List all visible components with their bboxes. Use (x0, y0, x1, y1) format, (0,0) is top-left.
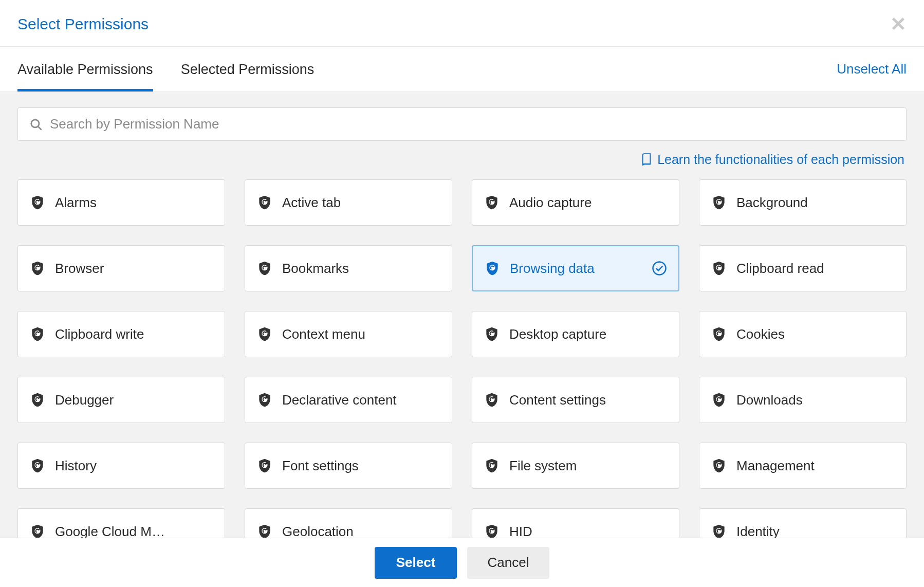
shield-icon (256, 523, 273, 538)
svg-line-32 (493, 397, 494, 398)
search-icon (29, 118, 43, 131)
svg-line-34 (720, 397, 721, 398)
svg-line-24 (493, 332, 494, 333)
permission-card[interactable]: Identity (699, 508, 907, 538)
shield-icon (484, 457, 500, 474)
svg-line-46 (266, 529, 267, 530)
permission-label: Alarms (55, 195, 97, 211)
svg-line-9 (720, 200, 721, 201)
book-icon (641, 153, 652, 167)
svg-line-44 (39, 529, 40, 530)
tab-label: Available Permissions (17, 62, 153, 77)
svg-line-22 (266, 332, 267, 333)
permission-label: Browser (55, 261, 104, 277)
svg-line-7 (493, 200, 494, 201)
permission-card[interactable]: Background (699, 179, 907, 226)
shield-icon (29, 260, 46, 277)
permission-label: Audio capture (509, 195, 592, 211)
permission-card[interactable]: Clipboard read (699, 245, 907, 291)
svg-line-20 (39, 332, 40, 333)
permission-label: Management (736, 458, 815, 474)
check-circle-icon (652, 261, 667, 276)
shield-icon (484, 260, 501, 277)
shield-icon (711, 326, 727, 342)
content-area: Learn the functionalities of each permis… (0, 92, 924, 538)
modal-title: Select Permissions (17, 15, 149, 33)
shield-icon (256, 326, 273, 342)
permission-card[interactable]: Geolocation (245, 508, 452, 538)
shield-icon (29, 457, 46, 474)
permission-card[interactable]: Context menu (245, 311, 452, 357)
permission-card[interactable]: Debugger (17, 377, 225, 423)
svg-line-50 (720, 529, 721, 530)
shield-icon (711, 260, 727, 277)
shield-icon (711, 523, 727, 538)
permission-card[interactable]: File system (472, 443, 679, 489)
permission-label: Clipboard write (55, 326, 144, 342)
svg-line-30 (266, 397, 267, 398)
cancel-button[interactable]: Cancel (467, 547, 549, 579)
permission-card[interactable]: HID (472, 508, 679, 538)
svg-line-36 (39, 463, 40, 464)
permission-card[interactable]: History (17, 443, 225, 489)
unselect-all-link[interactable]: Unselect All (837, 61, 907, 77)
svg-line-15 (493, 266, 494, 267)
permission-label: HID (509, 524, 532, 538)
permission-card[interactable]: Content settings (472, 377, 679, 423)
permission-card[interactable]: Alarms (17, 179, 225, 226)
learn-permissions-link[interactable]: Learn the functionalities of each permis… (641, 152, 904, 167)
unselect-all-wrap: Unselect All (837, 47, 907, 91)
svg-line-3 (39, 200, 40, 201)
permission-card[interactable]: Active tab (245, 179, 452, 226)
shield-icon (29, 523, 46, 538)
shield-icon (484, 392, 500, 408)
permission-card[interactable]: Bookmarks (245, 245, 452, 291)
search-input[interactable] (43, 116, 895, 132)
modal-footer: Select Cancel (0, 538, 924, 587)
permissions-modal: Select Permissions ✕ Available Permissio… (0, 0, 924, 587)
permission-card[interactable]: Cookies (699, 311, 907, 357)
permission-label: Declarative content (282, 392, 397, 408)
svg-line-42 (720, 463, 721, 464)
permission-label: Bookmarks (282, 261, 349, 277)
permission-label: Clipboard read (736, 261, 824, 277)
permission-card[interactable]: Audio capture (472, 179, 679, 226)
permission-card[interactable]: Browser (17, 245, 225, 291)
search-box[interactable] (17, 107, 907, 141)
shield-icon (29, 392, 46, 408)
select-button[interactable]: Select (375, 547, 457, 579)
svg-line-48 (493, 529, 494, 530)
shield-icon (484, 326, 500, 342)
permission-label: History (55, 458, 97, 474)
tab-available-permissions[interactable]: Available Permissions (17, 47, 153, 91)
permission-card[interactable]: Clipboard write (17, 311, 225, 357)
shield-icon (711, 457, 727, 474)
permission-label: Font settings (282, 458, 359, 474)
shield-icon (484, 194, 500, 211)
close-icon[interactable]: ✕ (890, 14, 907, 34)
permission-label: Debugger (55, 392, 114, 408)
permission-label: Background (736, 195, 808, 211)
permission-label: Identity (736, 524, 780, 538)
permission-card[interactable]: Desktop capture (472, 311, 679, 357)
permission-card[interactable]: Declarative content (245, 377, 452, 423)
permission-card[interactable]: Management (699, 443, 907, 489)
permissions-grid: Alarms Active tab Audio capture Backgrou… (17, 174, 907, 538)
shield-icon (256, 194, 273, 211)
permission-label: File system (509, 458, 577, 474)
permission-label: Context menu (282, 326, 365, 342)
shield-icon (256, 260, 273, 277)
permission-label: Desktop capture (509, 326, 606, 342)
permission-card[interactable]: Browsing data (472, 245, 679, 291)
shield-icon (256, 457, 273, 474)
permission-card[interactable]: Font settings (245, 443, 452, 489)
permission-card[interactable]: Downloads (699, 377, 907, 423)
modal-header: Select Permissions ✕ (0, 0, 924, 47)
tabs-row: Available Permissions Selected Permissio… (0, 47, 924, 92)
tab-selected-permissions[interactable]: Selected Permissions (181, 47, 315, 91)
shield-icon (711, 194, 727, 211)
shield-icon (29, 194, 46, 211)
permission-card[interactable]: Google Cloud M… (17, 508, 225, 538)
permission-label: Geolocation (282, 524, 354, 538)
svg-line-18 (720, 266, 721, 267)
